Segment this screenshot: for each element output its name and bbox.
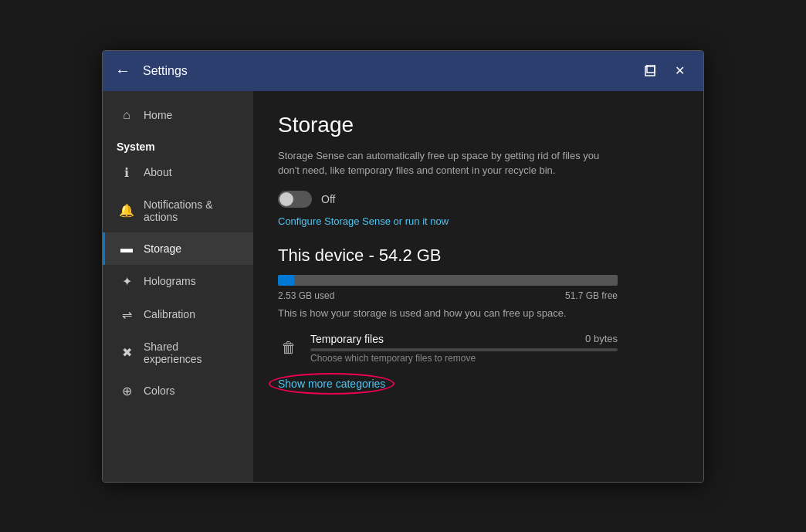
- temp-files-icon: 🗑: [278, 339, 300, 357]
- sidebar-item-holograms[interactable]: ✦ Holograms: [103, 265, 253, 298]
- sidebar-item-shared[interactable]: ✖ Shared experiences: [103, 331, 253, 374]
- shared-icon: ✖: [119, 345, 134, 360]
- sidebar-item-about[interactable]: ℹ About: [103, 156, 253, 189]
- settings-window: ← Settings ✕ ⌂ Home System ℹ: [102, 50, 704, 483]
- home-icon: ⌂: [119, 108, 134, 122]
- category-row-temp: 🗑 Temporary files 0 bytes Choose which t…: [278, 333, 618, 364]
- storage-sense-toggle[interactable]: [278, 191, 312, 208]
- window-controls: ✕: [638, 60, 691, 81]
- window-title: Settings: [143, 64, 638, 78]
- storage-desc: This is how your storage is used and how…: [278, 307, 679, 319]
- sidebar-item-notifications[interactable]: 🔔 Notifications & actions: [103, 189, 253, 232]
- sidebar-about-label: About: [144, 166, 172, 178]
- device-title: This device - 54.2 GB: [278, 246, 679, 266]
- page-title: Storage: [278, 113, 679, 137]
- category-subtext-temp: Choose which temporary files to remove: [310, 353, 618, 364]
- calibration-icon: ⇌: [119, 307, 134, 322]
- category-size-temp: 0 bytes: [585, 333, 618, 344]
- restore-icon: [644, 65, 656, 77]
- category-top-temp: Temporary files 0 bytes: [310, 333, 618, 345]
- sidebar-colors-label: Colors: [144, 385, 174, 397]
- content-area: ⌂ Home System ℹ About 🔔 Notifications & …: [103, 91, 703, 482]
- titlebar: ← Settings ✕: [103, 51, 703, 91]
- main-content: Storage Storage Sense can automatically …: [253, 91, 703, 482]
- storage-bar: [278, 275, 618, 286]
- show-more-categories-button[interactable]: Show more categories: [278, 378, 385, 390]
- sidebar-holograms-label: Holograms: [144, 275, 196, 287]
- used-label: 2.53 GB used: [278, 290, 334, 301]
- holograms-icon: ✦: [119, 274, 134, 289]
- close-button[interactable]: ✕: [669, 60, 691, 81]
- sidebar-notifications-label: Notifications & actions: [144, 198, 239, 223]
- minimize-restore-button[interactable]: [638, 62, 662, 80]
- storage-sense-toggle-row: Off: [278, 191, 679, 208]
- sidebar-item-storage[interactable]: ▬ Storage: [103, 232, 253, 265]
- category-name-temp: Temporary files: [310, 333, 384, 345]
- sidebar-item-colors[interactable]: ⊕ Colors: [103, 374, 253, 408]
- sidebar-item-home[interactable]: ⌂ Home: [103, 99, 253, 131]
- toggle-state-label: Off: [321, 193, 335, 205]
- storage-labels: 2.53 GB used 51.7 GB free: [278, 290, 618, 301]
- sidebar-shared-label: Shared experiences: [144, 341, 239, 365]
- free-label: 51.7 GB free: [565, 290, 618, 301]
- sidebar: ⌂ Home System ℹ About 🔔 Notifications & …: [103, 91, 253, 482]
- back-button[interactable]: ←: [115, 62, 130, 80]
- colors-icon: ⊕: [119, 384, 134, 398]
- sidebar-home-label: Home: [144, 109, 172, 121]
- storage-icon: ▬: [119, 242, 134, 256]
- storage-bar-used: [278, 275, 294, 286]
- category-info-temp: Temporary files 0 bytes Choose which tem…: [310, 333, 618, 364]
- sidebar-item-calibration[interactable]: ⇌ Calibration: [103, 298, 253, 331]
- storage-description: Storage Sense can automatically free up …: [278, 148, 618, 178]
- sidebar-calibration-label: Calibration: [144, 308, 195, 320]
- category-bar-temp: [310, 348, 618, 351]
- about-icon: ℹ: [119, 165, 134, 180]
- sidebar-section-system: System: [103, 131, 253, 156]
- configure-link[interactable]: Configure Storage Sense or run it now: [278, 215, 679, 227]
- sidebar-storage-label: Storage: [144, 242, 181, 255]
- notifications-icon: 🔔: [119, 203, 134, 218]
